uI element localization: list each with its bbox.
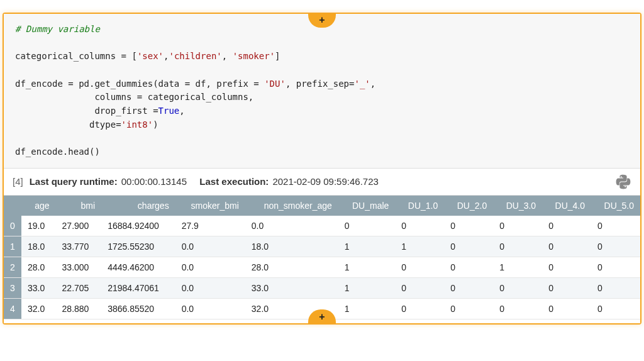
table-cell: 0 (338, 216, 396, 236)
table-column-header: smoker_bmi (175, 196, 245, 216)
table-header-row: agebmichargessmoker_bminon_smoker_ageDU_… (4, 196, 640, 216)
table-cell: 4449.46200 (101, 257, 175, 277)
table-column-header: non_smoker_age (245, 196, 338, 216)
code-string: '_' (354, 79, 370, 89)
table-cell: 0.0 (175, 236, 245, 257)
output-dataframe: agebmichargessmoker_bminon_smoker_ageDU_… (4, 196, 640, 323)
table-cell: 33.0 (21, 277, 56, 298)
table-cell: 18.0 (245, 236, 338, 257)
table-column-header: age (21, 196, 56, 216)
table-corner (4, 196, 21, 216)
table-cell: 0 (591, 216, 640, 236)
table-cell: 1725.55230 (101, 236, 175, 257)
table-cell: 0 (493, 236, 542, 257)
code-text: ] (275, 51, 280, 61)
table-cell: 28.0 (245, 257, 338, 277)
table-column-header: DU_3.0 (493, 196, 542, 216)
notebook-cell: + # Dummy variable categorical_columns =… (3, 13, 641, 325)
code-string: 'children' (169, 51, 221, 61)
code-text: df_encode.head() (15, 147, 100, 157)
table-cell: 1 (493, 257, 542, 277)
table-row: 118.033.7701725.552300.018.0110000 (4, 236, 640, 257)
table-cell: 0.0 (175, 298, 245, 319)
table-row: 228.033.0004449.462000.028.0100100 (4, 257, 640, 277)
table-cell: 33.0 (245, 277, 338, 298)
table-column-header: bmi (56, 196, 102, 216)
table-cell: 0 (591, 257, 640, 277)
table-column-header: DU_5.0 (591, 196, 640, 216)
code-text: dtype= (15, 119, 121, 130)
row-index: 0 (4, 216, 21, 236)
code-text: categorical_columns = [ (15, 51, 137, 61)
execution-value: 2021-02-09 09:59:46.723 (272, 176, 378, 187)
table-cell: 32.0 (21, 298, 56, 319)
code-comment: # Dummy variable (15, 24, 100, 34)
plus-icon: + (319, 14, 325, 26)
table-column-header: DU_2.0 (444, 196, 493, 216)
table-cell: 0 (444, 257, 493, 277)
table-cell: 27.9 (175, 216, 245, 236)
table-cell: 22.705 (56, 277, 102, 298)
table-cell: 0 (395, 298, 444, 319)
table-cell: 0 (444, 236, 493, 257)
table-cell: 28.0 (21, 257, 56, 277)
table-cell: 16884.92400 (101, 216, 175, 236)
row-index: 1 (4, 236, 21, 257)
row-index: 3 (4, 277, 21, 298)
code-text: ) (153, 119, 158, 130)
table-cell: 0 (591, 298, 640, 319)
table-cell: 0 (493, 277, 542, 298)
table-cell: 0.0 (175, 257, 245, 277)
code-string: 'DU' (264, 79, 286, 89)
row-index: 2 (4, 257, 21, 277)
table-cell: 1 (338, 277, 396, 298)
table-column-header: DU_1.0 (395, 196, 444, 216)
code-string: 'sex' (137, 51, 164, 61)
code-text: drop_first = (15, 106, 158, 116)
table-cell: 0 (591, 236, 640, 257)
table-column-header: charges (101, 196, 175, 216)
table-cell: 33.770 (56, 236, 102, 257)
code-keyword: True (158, 106, 180, 116)
table-cell: 1 (338, 236, 396, 257)
table-cell: 0 (444, 277, 493, 298)
table-cell: 1 (338, 298, 396, 319)
table-cell: 0.0 (245, 216, 338, 236)
table-cell: 0 (493, 216, 542, 236)
code-text: , (370, 79, 375, 89)
code-text: , (179, 106, 184, 116)
code-string: 'int8' (121, 119, 153, 130)
table-column-header: DU_4.0 (542, 196, 591, 216)
table-cell: 0.0 (175, 277, 245, 298)
table-cell: 0 (542, 277, 591, 298)
table-cell: 27.900 (56, 216, 102, 236)
table-cell: 0 (444, 298, 493, 319)
table-cell: 19.0 (21, 216, 56, 236)
code-text: df_encode = pd.get_dummies(data = df, pr… (15, 79, 264, 89)
table-cell: 1 (338, 257, 396, 277)
table-cell: 0 (395, 216, 444, 236)
table-column-header: DU_male (338, 196, 396, 216)
code-text: , prefix_sep= (286, 79, 355, 89)
code-string: 'smoker' (233, 51, 275, 61)
table-cell: 33.000 (56, 257, 102, 277)
table-row: 333.022.70521984.470610.033.0100000 (4, 277, 640, 298)
table-cell: 0 (542, 257, 591, 277)
table-cell: 0 (444, 216, 493, 236)
table-cell: 0 (542, 236, 591, 257)
plus-icon: + (319, 311, 325, 323)
table-cell: 18.0 (21, 236, 56, 257)
execution-status-bar: [4] Last query runtime: 00:00:00.13145 L… (4, 169, 640, 196)
code-editor[interactable]: # Dummy variable categorical_columns = [… (4, 14, 640, 169)
table-cell: 0 (542, 298, 591, 319)
table-cell: 1 (395, 236, 444, 257)
execution-label: Last execution: (199, 176, 269, 187)
table-cell: 28.880 (56, 298, 102, 319)
dataframe-table: agebmichargessmoker_bminon_smoker_ageDU_… (4, 196, 640, 319)
table-cell: 0 (542, 216, 591, 236)
table-cell: 0 (395, 277, 444, 298)
python-icon (615, 174, 631, 190)
runtime-value: 00:00:00.13145 (121, 176, 187, 187)
table-row: 019.027.90016884.9240027.90.0000000 (4, 216, 640, 236)
table-cell: 21984.47061 (101, 277, 175, 298)
